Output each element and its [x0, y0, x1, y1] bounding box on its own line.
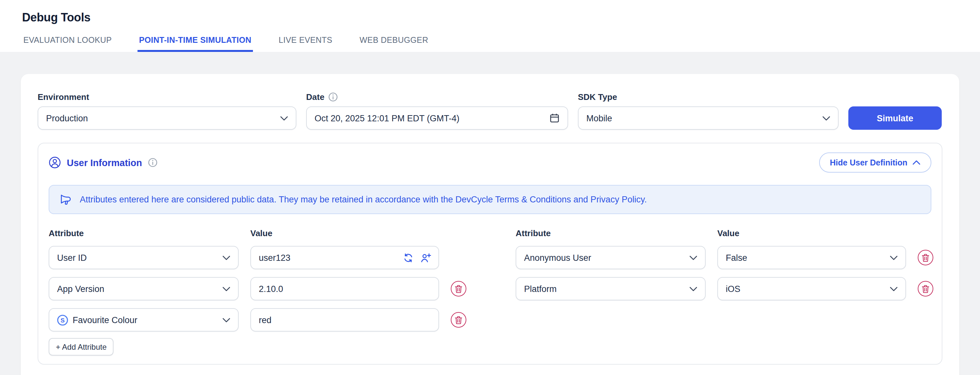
app-version-input[interactable]	[259, 284, 431, 294]
chevron-down-icon	[280, 116, 288, 120]
column-header-value: Value	[718, 229, 906, 238]
date-label: Date	[306, 92, 568, 102]
chevron-down-icon	[223, 318, 230, 322]
refresh-icon	[403, 253, 413, 262]
calendar-icon[interactable]	[549, 113, 560, 123]
delete-attribute-button[interactable]	[918, 281, 933, 297]
sdk-type-value: Mobile	[586, 113, 612, 123]
value-input-user-id	[250, 246, 439, 269]
date-field: Date Oct 20, 2025 12:01 PM EDT (GMT-4)	[306, 92, 568, 130]
chevron-up-icon	[913, 160, 920, 165]
chevron-down-icon	[890, 255, 897, 260]
value-input-favourite-colour	[250, 308, 439, 332]
delete-attribute-button[interactable]	[451, 312, 466, 328]
tab-web-debugger[interactable]: WEB DEBUGGER	[358, 36, 430, 52]
info-icon[interactable]	[148, 158, 158, 168]
public-data-banner: Attributes entered here are considered p…	[49, 185, 931, 214]
user-circle-icon	[49, 156, 61, 169]
tab-live-events[interactable]: LIVE EVENTS	[277, 36, 334, 52]
environment-field: Environment Production	[38, 93, 296, 130]
date-value: Oct 20, 2025 12:01 PM EDT (GMT-4)	[315, 113, 460, 123]
info-icon[interactable]	[328, 92, 338, 102]
debug-tools-page: Debug Tools EVALUATION LOOKUP POINT-IN-T…	[0, 0, 980, 375]
svg-text:S: S	[60, 317, 65, 324]
user-information-title: User Information	[67, 157, 142, 168]
trash-icon	[455, 284, 463, 293]
simulation-controls: Environment Production Date Oct 20, 2025…	[38, 92, 942, 130]
value-select-platform[interactable]: iOS	[718, 277, 906, 300]
regenerate-user-id-button[interactable]	[403, 253, 413, 262]
header: Debug Tools EVALUATION LOOKUP POINT-IN-T…	[0, 0, 980, 52]
tab-bar: EVALUATION LOOKUP POINT-IN-TIME SIMULATI…	[22, 36, 430, 52]
attribute-select-platform[interactable]: Platform	[515, 277, 706, 300]
attribute-select-anonymous-user[interactable]: Anonymous User	[515, 246, 706, 269]
favourite-colour-input[interactable]	[259, 315, 431, 325]
hide-user-definition-button[interactable]: Hide User Definition	[819, 152, 931, 172]
string-type-icon: S	[57, 314, 68, 326]
trash-icon	[455, 316, 463, 324]
delete-attribute-button[interactable]	[918, 250, 933, 265]
column-header-value: Value	[250, 229, 439, 238]
lookup-user-button[interactable]	[420, 253, 431, 262]
chevron-down-icon	[689, 255, 697, 260]
megaphone-icon	[59, 193, 72, 206]
column-header-attribute: Attribute	[49, 229, 239, 238]
user-id-input-actions	[403, 247, 431, 269]
date-input[interactable]: Oct 20, 2025 12:01 PM EDT (GMT-4)	[306, 106, 568, 130]
environment-label: Environment	[38, 93, 296, 102]
user-information-title-group: User Information	[49, 156, 158, 169]
simulate-button[interactable]: Simulate	[848, 106, 942, 130]
value-select-anonymous-user[interactable]: False	[718, 246, 906, 269]
simulation-card: Environment Production Date Oct 20, 2025…	[21, 74, 959, 375]
attributes-grid: Attribute Value Attribute Value User ID	[49, 229, 931, 332]
person-add-icon	[420, 253, 431, 262]
chevron-down-icon	[223, 286, 230, 291]
chevron-down-icon	[822, 116, 830, 120]
trash-icon	[922, 253, 929, 262]
add-attribute-button[interactable]: + Add Attribute	[49, 338, 114, 356]
value-input-app-version	[250, 277, 439, 300]
sdk-type-select[interactable]: Mobile	[578, 106, 838, 130]
page-title: Debug Tools	[22, 10, 91, 25]
chevron-down-icon	[223, 255, 230, 260]
environment-select[interactable]: Production	[38, 106, 296, 130]
column-header-attribute: Attribute	[515, 229, 706, 238]
chevron-down-icon	[890, 286, 897, 291]
public-data-banner-text: Attributes entered here are considered p…	[80, 195, 647, 204]
tab-evaluation-lookup[interactable]: EVALUATION LOOKUP	[22, 36, 113, 52]
attribute-select-user-id[interactable]: User ID	[49, 246, 239, 269]
attribute-select-app-version[interactable]: App Version	[49, 277, 239, 300]
sdk-type-label: SDK Type	[578, 93, 838, 102]
user-information-section: User Information Hide User Definition At…	[38, 143, 942, 365]
user-information-header: User Information Hide User Definition	[49, 152, 931, 172]
page-body: Environment Production Date Oct 20, 2025…	[0, 52, 980, 375]
trash-icon	[922, 284, 929, 293]
chevron-down-icon	[689, 286, 697, 291]
attribute-select-favourite-colour[interactable]: S Favourite Colour	[49, 308, 239, 332]
delete-attribute-button[interactable]	[451, 281, 466, 297]
environment-value: Production	[46, 113, 88, 123]
tab-point-in-time-simulation[interactable]: POINT-IN-TIME SIMULATION	[138, 36, 253, 52]
sdk-type-field: SDK Type Mobile	[578, 93, 838, 130]
